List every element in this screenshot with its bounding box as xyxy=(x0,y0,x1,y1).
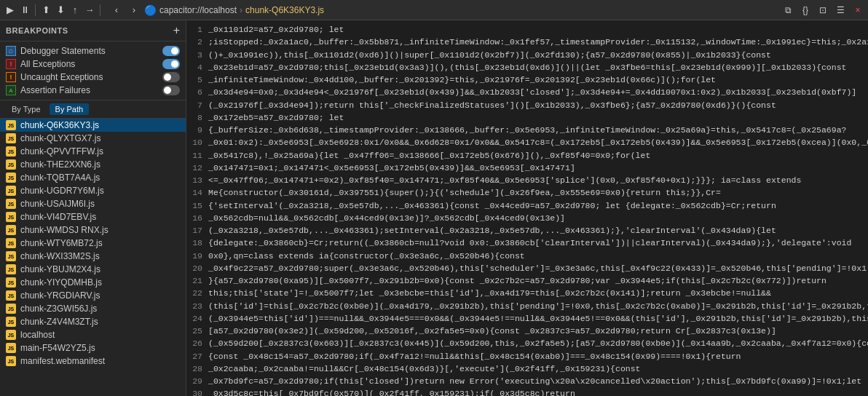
line-text: (this['id']=this[_0x2c7b2c(0xb0e)](_0xa4… xyxy=(208,300,868,312)
file-list-item[interactable]: JSchunk-TQBT7A4A.js xyxy=(0,171,186,184)
line-text: _infiniteTimeWindow:_0x4dd100,_buffer:_0… xyxy=(208,74,716,86)
line-text: {_bufferSize:_0xb6d638,_timestampProvide… xyxy=(208,124,846,136)
line-text: _0x01:0x2):_0x5e6953[_0x5e6928:0x1/0x0&&… xyxy=(208,136,868,148)
back-button[interactable]: ‹ xyxy=(109,3,124,17)
file-list-item[interactable]: JSchunk-QPVVTFFW.js xyxy=(0,145,186,158)
bp-all-exceptions[interactable]: ! All Exceptions xyxy=(0,58,186,71)
file-name: chunk-YRGDIARV.js xyxy=(20,290,100,301)
file-list-item[interactable]: JSchunk-WTY6MB72.js xyxy=(0,237,186,250)
file-list-item[interactable]: JSchunk-UGDR7Y6M.js xyxy=(0,184,186,197)
line-number: 29 xyxy=(186,375,208,387)
code-line: 14Me{constructor(_0x30161d,_0x397551){su… xyxy=(186,186,868,199)
bp-debugger-toggle[interactable] xyxy=(162,46,180,56)
file-icon: JS xyxy=(6,330,16,340)
code-content[interactable]: 1_0x1101d2=a57_0x2d9780; let2;isStoppеd:… xyxy=(186,20,868,396)
menu-icon[interactable]: ☰ xyxy=(833,3,848,17)
copy-icon[interactable]: ⧉ xyxy=(781,3,795,17)
by-path-button[interactable]: By Path xyxy=(50,103,90,115)
line-text: <=_0x47ff06;_0x147471+=0x2)_0xf85f40=_0x… xyxy=(208,174,801,186)
forward-button[interactable]: › xyxy=(127,3,141,17)
bp-assertion-toggle[interactable] xyxy=(162,85,180,95)
line-number: 12 xyxy=(186,162,208,174)
line-text: }{a57_0x2d9780(0xa95)][_0x5007f7,_0x291b… xyxy=(208,274,826,287)
file-icon: JS xyxy=(6,277,16,288)
file-name: chunk-USAIJM6I.js xyxy=(20,199,95,209)
play-icon[interactable]: ▶ xyxy=(3,3,17,17)
file-list-item[interactable]: JSlocalhost xyxy=(0,328,186,341)
code-line: 21}{a57_0x2d9780(0xa95)][_0x5007f7,_0x29… xyxy=(186,274,868,287)
by-type-button[interactable]: By Type xyxy=(6,103,47,115)
file-list-item[interactable]: JSchunk-WMDSJ RNX.js xyxy=(0,223,186,237)
bp-uncaught-exceptions[interactable]: ! Uncaught Exceptions xyxy=(0,71,186,84)
code-panel: 1_0x1101d2=a57_0x2d9780; let2;isStoppеd:… xyxy=(186,20,868,396)
bp-uncaught-toggle[interactable] xyxy=(162,72,180,82)
line-number: 22 xyxy=(186,287,208,299)
code-line: 5_infiniteTimeWindow:_0x4dd100,_buffer:_… xyxy=(186,74,868,86)
line-text: Me{constructor(_0x30161d,_0x397551){supe… xyxy=(208,186,721,199)
file-name: chunk-YIYQDMHB.js xyxy=(20,277,102,288)
uncaught-exc-icon: ! xyxy=(6,72,16,82)
line-text: _0x23eb1d=a57_0x2d9780;this[_0x23eb1d(0x… xyxy=(208,61,846,74)
code-line: 9{_bufferSize:_0xb6d638,_timestampProvid… xyxy=(186,124,868,136)
code-line: 23(this['id']=this[_0x2c7b2c(0xb0e)](_0x… xyxy=(186,300,868,312)
line-text: (_0x59d200[_0x2837c3(0x603)][_0x2837c3(0… xyxy=(208,337,868,349)
step-over-icon[interactable]: ⬆ xyxy=(39,3,53,17)
line-number: 10 xyxy=(186,136,208,148)
add-breakpoint-button[interactable]: + xyxy=(173,25,180,36)
breakpoints-header: Breakpoints + xyxy=(0,20,186,41)
file-name: chunk-WMDSJ RNX.js xyxy=(20,225,108,235)
line-text: _0x3d5c8c=this[_0x7bd9fc(0x570)](_0x2f41… xyxy=(208,387,575,396)
continue-icon[interactable]: → xyxy=(82,3,97,17)
file-icon: JS xyxy=(6,290,16,301)
file-icon: JS xyxy=(6,159,16,170)
debugger-icon: D xyxy=(6,46,16,56)
line-number: 2 xyxy=(186,36,208,48)
file-list-item[interactable]: JSchunk-YBUJM2X4.js xyxy=(0,263,186,276)
close-icon[interactable]: × xyxy=(851,3,865,17)
format-icon[interactable]: {} xyxy=(798,3,813,17)
assertion-icon: A xyxy=(6,85,16,95)
toolbar-right: ⧉ {} ⊡ ☰ × xyxy=(781,3,865,17)
breakpoint-items: D Debugger Statements ! All Exceptions !… xyxy=(0,41,186,100)
file-list-item[interactable]: JSchunk-WXI33M2S.js xyxy=(0,250,186,263)
file-list-item[interactable]: JSchunk-Z4V4M3ZT.js xyxy=(0,315,186,328)
bp-assertion-failures[interactable]: A Assertion Failures xyxy=(0,84,186,97)
breakpoints-title: Breakpoints xyxy=(6,26,68,35)
line-text: (_0x21976f[_0x3d4e94]);return this['_che… xyxy=(208,99,776,111)
line-number: 3 xyxy=(186,49,208,61)
file-list-item[interactable]: JSmanifest.webmanifest xyxy=(0,355,186,368)
main-layout: Breakpoints + D Debugger Statements ! Al… xyxy=(0,20,868,396)
bp-debugger-statements[interactable]: D Debugger Statements xyxy=(0,44,186,58)
step-out-icon[interactable]: ↑ xyxy=(68,3,82,17)
breadcrumb-file[interactable]: chunk-Q6K36KY3.js xyxy=(245,5,324,15)
file-icon: JS xyxy=(6,356,16,366)
file-icon: JS xyxy=(6,146,16,157)
file-name: chunk-UGDR7Y6M.js xyxy=(20,186,104,196)
file-list-item[interactable]: JSchunk-VI4D7EBV.js xyxy=(0,210,186,223)
line-text: _0x172eb5=a57_0x2d9780; let xyxy=(208,111,344,124)
line-number: 13 xyxy=(186,174,208,186)
line-number: 9 xyxy=(186,124,208,136)
pause-icon[interactable]: ⏸ xyxy=(17,3,32,17)
line-text: (_0x3944e5=this['id'])===null&&_0x3944e5… xyxy=(208,312,868,325)
file-list-item[interactable]: JSchunk-USAIJM6I.js xyxy=(0,197,186,210)
file-list-item[interactable]: JSchunk-QLYXTGX7.js xyxy=(0,132,186,145)
toolbar-separator-2 xyxy=(100,4,100,16)
breadcrumb-origin[interactable]: capacitor://localhost xyxy=(159,5,237,15)
line-text: _0x147471=0x1;_0x147471<_0x5e6953[_0x172… xyxy=(208,162,575,174)
code-line: 12_0x147471=0x1;_0x147471<_0x5e6953[_0x1… xyxy=(186,162,868,174)
file-icon: JS xyxy=(6,212,16,222)
file-list-item[interactable]: JSchunk-Q6K36KY3.js xyxy=(0,119,186,132)
file-list-item[interactable]: JSchunk-YRGDIARV.js xyxy=(0,289,186,302)
layout-icon[interactable]: ⊡ xyxy=(816,3,830,17)
line-text: {const _0x48c154=a57_0x2d9780;if(_0x4f7a… xyxy=(208,350,741,363)
file-list-item[interactable]: JSchunk-THE2XXN6.js xyxy=(0,158,186,171)
file-name: chunk-WXI33M2S.js xyxy=(20,251,100,261)
file-icon: JS xyxy=(6,251,16,261)
file-list-item[interactable]: JSchunk-YIYQDMHB.js xyxy=(0,276,186,289)
file-list-item[interactable]: JSmain-F54W2YZ5.js xyxy=(0,341,186,355)
bp-all-exc-toggle[interactable] xyxy=(162,59,180,69)
step-into-icon[interactable]: ⬇ xyxy=(53,3,68,17)
line-number: 8 xyxy=(186,111,208,124)
file-list-item[interactable]: JSchunk-Z3GWI56J.js xyxy=(0,302,186,315)
